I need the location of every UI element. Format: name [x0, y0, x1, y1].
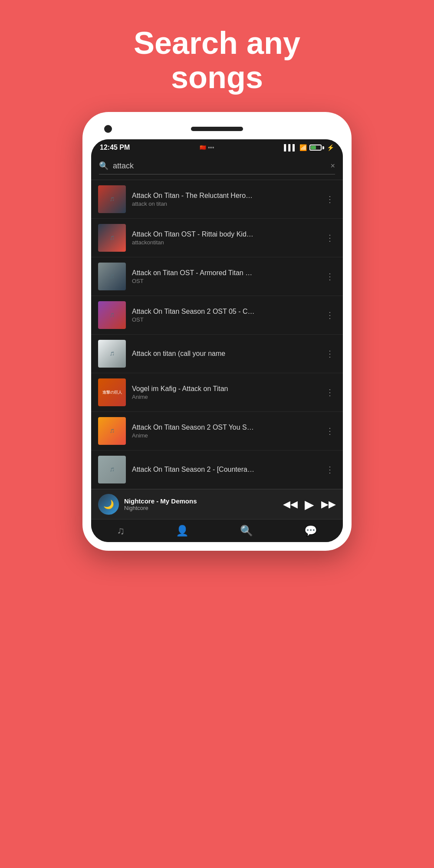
song-thumb-1: 🎵 [98, 185, 126, 213]
music-icon: ♫ [117, 525, 125, 537]
next-button[interactable]: ▶▶ [321, 499, 336, 510]
song-item-8[interactable]: 🎵 Attack On Titan Season 2 - [Countera… … [91, 450, 343, 489]
now-playing-title: Nightcore - My Demons [124, 497, 278, 505]
song-subtitle-7: Anime [132, 432, 318, 439]
song-item-6[interactable]: 進撃の巨人 Vogel im Kafig - Attack on Titan A… [91, 373, 343, 412]
search-icon: 🔍 [99, 161, 108, 171]
song-subtitle-6: Anime [132, 394, 318, 400]
speaker-bar [191, 127, 243, 131]
playback-controls[interactable]: ◀◀ ▶ ▶▶ [283, 497, 336, 512]
song-thumb-5: 🎵 [98, 340, 126, 368]
status-time: 12:45 PM [100, 144, 130, 151]
nav-profile[interactable]: 👤 [176, 525, 189, 537]
wifi-icon: 📶 [299, 144, 307, 151]
camera-dot [104, 125, 112, 133]
song-menu-button-6[interactable]: ⋮ [324, 387, 336, 398]
song-info-7: Attack On Titan Season 2 OST You S… Anim… [132, 424, 318, 439]
song-info-4: Attack On Titan Season 2 OST 05 - C… OST [132, 308, 318, 323]
song-title-6: Vogel im Kafig - Attack on Titan [132, 385, 318, 393]
bottom-navigation: ♫ 👤 🔍 💬 [91, 519, 343, 542]
song-menu-button-2[interactable]: ⋮ [324, 233, 336, 243]
song-menu-button-1[interactable]: ⋮ [324, 194, 336, 204]
play-button[interactable]: ▶ [305, 497, 314, 512]
song-info-2: Attack On Titan OST - Rittai body Kid… a… [132, 230, 318, 246]
song-info-8: Attack On Titan Season 2 - [Countera… [132, 466, 318, 473]
song-thumb-4: 🎵 [98, 301, 126, 329]
search-bar[interactable]: 🔍 attack × [99, 161, 335, 174]
now-playing-artist: Nightcore [124, 505, 278, 511]
song-menu-button-8[interactable]: ⋮ [324, 464, 336, 475]
song-item-1[interactable]: 🎵 Attack On Titan - The Reluctant Hero… … [91, 180, 343, 219]
song-thumb-7: 🎵 [98, 417, 126, 445]
song-thumb-2: 🎵 [98, 224, 126, 252]
song-title-4: Attack On Titan Season 2 OST 05 - C… [132, 308, 318, 316]
status-icons: ▌▌▌ 📶 ⚡ [284, 144, 334, 151]
nav-music[interactable]: ♫ [117, 525, 125, 537]
song-info-3: Attack on Titan OST - Armored Titan … OS… [132, 269, 318, 284]
status-bar: 12:45 PM 🇨🇳 ••• ▌▌▌ 📶 ⚡ [91, 139, 343, 156]
charge-icon: ⚡ [327, 144, 334, 151]
song-info-6: Vogel im Kafig - Attack on Titan Anime [132, 385, 318, 400]
song-list: 🎵 Attack On Titan - The Reluctant Hero… … [91, 180, 343, 489]
page-title-line2: songs [171, 60, 263, 95]
song-title-2: Attack On Titan OST - Rittai body Kid… [132, 230, 318, 238]
nav-chat[interactable]: 💬 [304, 525, 317, 537]
song-subtitle-3: OST [132, 278, 318, 284]
clear-search-button[interactable]: × [330, 161, 335, 171]
search-input[interactable]: attack [113, 161, 326, 171]
song-title-7: Attack On Titan Season 2 OST You S… [132, 424, 318, 431]
song-menu-button-4[interactable]: ⋮ [324, 310, 336, 320]
signal-icon: ▌▌▌ [284, 144, 297, 151]
song-subtitle-2: attackontitan [132, 239, 318, 246]
song-info-5: Attack on titan (call your name [132, 350, 318, 358]
song-menu-button-7[interactable]: ⋮ [324, 426, 336, 436]
nav-search[interactable]: 🔍 [240, 525, 253, 537]
song-item-7[interactable]: 🎵 Attack On Titan Season 2 OST You S… An… [91, 412, 343, 450]
song-item-3[interactable]: 🎵 Attack on Titan OST - Armored Titan … … [91, 257, 343, 296]
search-nav-icon: 🔍 [240, 525, 253, 537]
prev-button[interactable]: ◀◀ [283, 499, 298, 510]
phone-notch [91, 121, 343, 137]
song-thumb-8: 🎵 [98, 456, 126, 483]
search-container[interactable]: 🔍 attack × [91, 156, 343, 180]
chat-icon: 💬 [304, 525, 317, 537]
now-playing-thumb: 🌙 [98, 494, 119, 515]
song-thumb-6: 進撃の巨人 [98, 378, 126, 406]
song-thumb-3: 🎵 [98, 263, 126, 290]
song-subtitle-1: attack on titan [132, 201, 318, 207]
song-title-1: Attack On Titan - The Reluctant Hero… [132, 192, 318, 200]
now-playing-info: Nightcore - My Demons Nightcore [124, 497, 278, 511]
battery-icon [309, 145, 324, 151]
phone-screen: 12:45 PM 🇨🇳 ••• ▌▌▌ 📶 ⚡ 🔍 [91, 139, 343, 542]
song-subtitle-4: OST [132, 316, 318, 323]
song-title-8: Attack On Titan Season 2 - [Countera… [132, 466, 318, 473]
now-playing-bar[interactable]: 🌙 Nightcore - My Demons Nightcore ◀◀ ▶ ▶… [91, 489, 343, 519]
phone-mockup: 12:45 PM 🇨🇳 ••• ▌▌▌ 📶 ⚡ 🔍 [82, 112, 352, 551]
profile-icon: 👤 [176, 525, 189, 537]
page-heading: Search any songs [134, 26, 300, 95]
page-title-line1: Search any [134, 26, 300, 60]
song-item-5[interactable]: 🎵 Attack on titan (call your name ⋮ [91, 335, 343, 373]
song-info-1: Attack On Titan - The Reluctant Hero… at… [132, 192, 318, 207]
song-menu-button-3[interactable]: ⋮ [324, 271, 336, 282]
song-menu-button-5[interactable]: ⋮ [324, 349, 336, 359]
song-title-3: Attack on Titan OST - Armored Titan … [132, 269, 318, 277]
song-item-2[interactable]: 🎵 Attack On Titan OST - Rittai body Kid…… [91, 219, 343, 257]
song-item-4[interactable]: 🎵 Attack On Titan Season 2 OST 05 - C… O… [91, 296, 343, 335]
song-title-5: Attack on titan (call your name [132, 350, 318, 358]
